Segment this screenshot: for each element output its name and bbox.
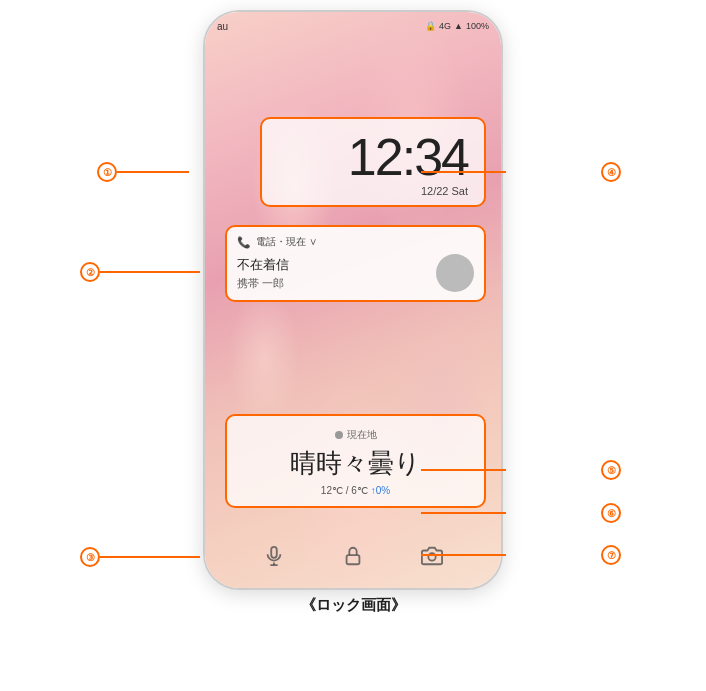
network-text: 4G bbox=[439, 21, 451, 31]
signal-icon: 🔒 bbox=[425, 21, 436, 31]
clock-date: 12/22 Sat bbox=[278, 185, 468, 197]
notification-app-name: 電話・現在 ∨ bbox=[256, 235, 317, 249]
weather-condition: 晴時々曇り bbox=[243, 446, 468, 481]
outer-container: au 🔒 4G ▲ 100% 12:34 12/22 Sat 📞 電話・現在 ∨ bbox=[0, 0, 706, 691]
page-caption: 《ロック画面》 bbox=[301, 596, 406, 615]
clock-widget: 12:34 12/22 Sat bbox=[260, 117, 486, 207]
notification-header: 📞 電話・現在 ∨ bbox=[237, 235, 474, 249]
annotation-3: ③ bbox=[80, 547, 100, 567]
notification-widget[interactable]: 📞 電話・現在 ∨ 不在着信 携帯 一郎 bbox=[225, 225, 486, 302]
camera-icon[interactable] bbox=[414, 538, 450, 574]
svg-point-4 bbox=[428, 553, 435, 560]
annotation-line-1 bbox=[117, 171, 189, 173]
temp-high: 6℃ bbox=[351, 485, 368, 496]
weather-location: 現在地 bbox=[347, 428, 377, 442]
signal-bars-icon: ▲ bbox=[454, 21, 463, 31]
status-right: 🔒 4G ▲ 100% bbox=[425, 21, 489, 31]
clock-time: 12:34 bbox=[278, 131, 468, 183]
notification-title: 不在着信 bbox=[237, 256, 436, 274]
status-bar: au 🔒 4G ▲ 100% bbox=[205, 12, 501, 36]
notification-body: 不在着信 携帯 一郎 bbox=[237, 254, 474, 292]
annotation-4: ④ bbox=[601, 162, 621, 182]
annotation-5: ⑤ bbox=[601, 460, 621, 480]
notification-text: 不在着信 携帯 一郎 bbox=[237, 256, 436, 291]
annotation-2: ② bbox=[80, 262, 100, 282]
lock-icon[interactable] bbox=[335, 538, 371, 574]
weather-location-row: 現在地 bbox=[243, 428, 468, 442]
bottom-dock bbox=[205, 538, 501, 574]
annotation-line-2 bbox=[100, 271, 200, 273]
precipitation: ↑0% bbox=[371, 485, 390, 496]
location-dot bbox=[335, 431, 343, 439]
microphone-icon[interactable] bbox=[256, 538, 292, 574]
annotation-6: ⑥ bbox=[601, 503, 621, 523]
battery-text: 100% bbox=[466, 21, 489, 31]
notification-app-icon: 📞 bbox=[237, 236, 251, 249]
weather-temp: 12℃ / 6℃ ↑0% bbox=[243, 485, 468, 496]
carrier-text: au bbox=[217, 21, 228, 32]
svg-rect-0 bbox=[272, 547, 278, 558]
annotation-7: ⑦ bbox=[601, 545, 621, 565]
temp-low: 12℃ bbox=[321, 485, 343, 496]
notification-avatar bbox=[436, 254, 474, 292]
weather-widget: 現在地 晴時々曇り 12℃ / 6℃ ↑0% bbox=[225, 414, 486, 508]
annotation-1: ① bbox=[97, 162, 117, 182]
svg-rect-3 bbox=[347, 555, 360, 564]
notification-subtitle: 携帯 一郎 bbox=[237, 276, 436, 291]
phone-frame: au 🔒 4G ▲ 100% 12:34 12/22 Sat 📞 電話・現在 ∨ bbox=[203, 10, 503, 590]
annotation-line-3 bbox=[100, 556, 200, 558]
